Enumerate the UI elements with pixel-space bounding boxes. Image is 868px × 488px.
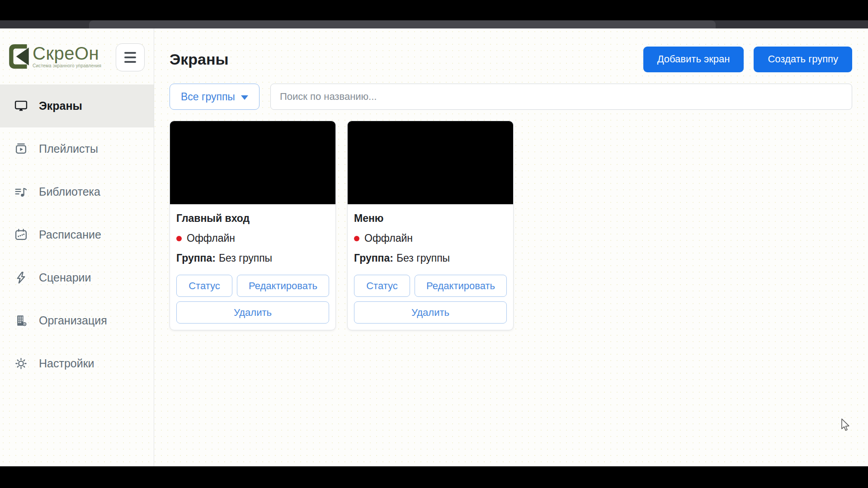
search-input[interactable] [270,84,852,110]
window-titlebar [0,20,868,28]
screen-thumbnail [348,121,513,204]
hamburger-icon [124,52,136,63]
playlist-icon [14,142,28,156]
gear-icon [14,357,28,371]
sidebar-item-settings[interactable]: Настройки [0,342,154,385]
screen-card: Меню Оффлайн Группа:Без группы Статус Ре… [347,121,514,330]
logo-title: СкреОн [33,43,101,63]
sidebar-item-label: Расписание [39,228,101,241]
sidebar-item-label: Библиотека [39,185,100,198]
delete-button[interactable]: Удалить [354,301,507,324]
sidebar-item-playlists[interactable]: Плейлисты [0,127,154,170]
sidebar-nav: Экраны Плейлисты [0,84,154,385]
screens-grid: Главный вход Оффлайн Группа:Без группы С… [170,121,852,330]
sidebar-item-label: Экраны [39,99,82,113]
screen-group: Группа:Без группы [354,252,507,264]
app-logo: СкреОн Система экранного управления [8,43,101,71]
sidebar-item-organization[interactable]: Организация [0,299,154,342]
letterbox-top [0,0,868,20]
screen-card: Главный вход Оффлайн Группа:Без группы С… [170,121,336,330]
screen-status: Оффлайн [187,232,235,244]
browser-tab-strip [89,20,716,28]
sidebar-item-label: Плейлисты [39,142,98,155]
status-offline-dot [354,236,359,241]
group-filter-label: Все группы [181,91,235,103]
sidebar-item-library[interactable]: Библиотека [0,170,154,213]
group-value: Без группы [396,252,450,264]
app-window: СкреОн Система экранного управления Экр [0,28,868,466]
screen-status: Оффлайн [364,232,413,244]
sidebar-item-label: Сценарии [39,271,91,284]
monitor-icon [14,99,28,113]
page-title: Экраны [170,51,228,68]
group-label: Группа: [354,252,393,264]
create-group-button[interactable]: Создать группу [754,47,852,72]
screen-title: Главный вход [176,212,329,225]
sidebar: СкреОн Система экранного управления Экр [0,28,154,466]
sidebar-item-screens[interactable]: Экраны [0,84,154,127]
sidebar-toggle-button[interactable] [116,43,145,71]
sidebar-item-schedule[interactable]: Расписание [0,213,154,256]
letterbox-bottom [0,466,868,488]
sidebar-item-label: Организация [39,314,107,327]
lightning-icon [14,271,28,285]
delete-button[interactable]: Удалить [176,301,329,324]
main-content: Экраны Добавить экран Создать группу Все… [154,28,868,466]
status-button[interactable]: Статус [354,275,410,297]
edit-button[interactable]: Редактировать [237,275,329,297]
group-filter-dropdown[interactable]: Все группы [170,84,259,110]
screen-group: Группа:Без группы [176,252,329,264]
logo-icon [8,43,31,71]
status-offline-dot [176,236,182,241]
group-value: Без группы [219,252,272,264]
library-icon [14,185,28,199]
add-screen-button[interactable]: Добавить экран [643,47,744,72]
chevron-down-icon [241,95,248,100]
screen-title: Меню [354,212,507,225]
status-button[interactable]: Статус [176,275,232,297]
building-icon [14,314,28,328]
screen-thumbnail [170,121,335,204]
group-label: Группа: [176,252,216,264]
logo-subtitle: Система экранного управления [33,63,101,68]
sidebar-item-label: Настройки [39,357,94,370]
sidebar-item-scenarios[interactable]: Сценарии [0,256,154,299]
edit-button[interactable]: Редактировать [415,275,507,297]
calendar-icon [14,228,28,242]
